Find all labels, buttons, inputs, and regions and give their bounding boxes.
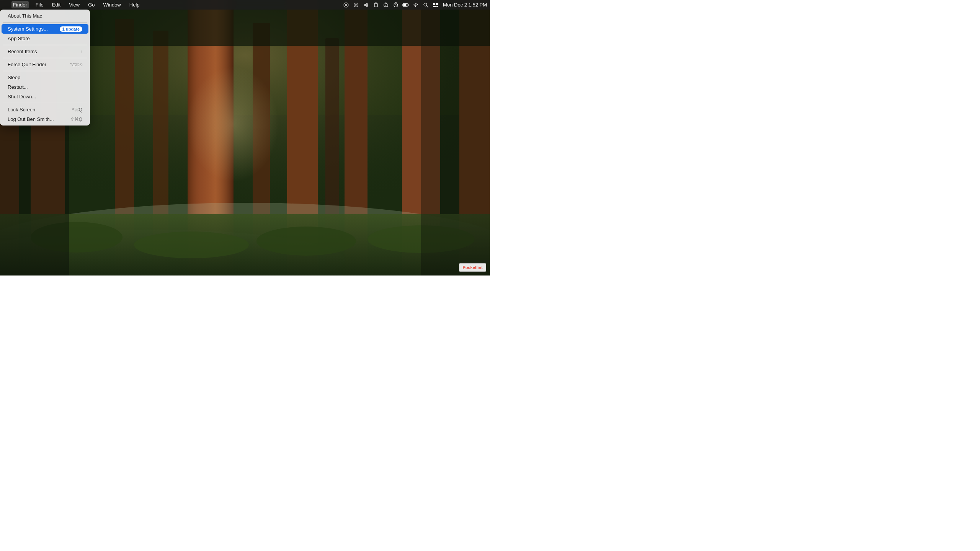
separator-1	[3, 22, 87, 23]
svg-rect-23	[153, 38, 306, 230]
apple-menu-trigger[interactable]	[3, 4, 6, 6]
update-badge: 1 update	[60, 26, 82, 32]
about-this-mac-label: About This Mac	[8, 13, 42, 19]
menubar: Finder File Edit View Go Window Help	[0, 0, 490, 10]
sleep-label: Sleep	[8, 75, 20, 80]
force-quit-label: Force Quit Finder	[8, 62, 46, 67]
separator-2	[3, 45, 87, 45]
search-icon[interactable]	[422, 2, 429, 8]
apple-menu-dropdown: About This Mac System Settings... 1 upda…	[0, 10, 90, 126]
svg-rect-48	[408, 4, 409, 6]
svg-line-51	[426, 6, 428, 7]
svg-rect-55	[436, 6, 438, 7]
stickies-icon[interactable]	[353, 2, 359, 8]
svg-point-41	[385, 5, 386, 5]
svg-rect-39	[375, 3, 377, 4]
svg-rect-52	[433, 3, 435, 5]
menubar-finder[interactable]: Finder	[11, 1, 29, 8]
system-settings-label: System Settings...	[8, 26, 48, 32]
menubar-view[interactable]: View	[67, 1, 81, 8]
force-quit-shortcut: ⌥⌘⎋	[70, 62, 82, 67]
svg-line-36	[366, 4, 366, 5]
menu-about-this-mac[interactable]: About This Mac	[2, 11, 88, 21]
recent-items-chevron: ›	[81, 49, 82, 54]
menubar-window[interactable]: Window	[102, 1, 122, 8]
menubar-right: Mon Dec 2 1:52 PM	[343, 2, 487, 8]
menu-restart[interactable]: Restart...	[2, 82, 88, 92]
tray-icons	[343, 2, 439, 8]
recent-items-label: Recent Items	[8, 49, 37, 54]
menu-shutdown[interactable]: Shut Down...	[2, 92, 88, 101]
menu-system-settings[interactable]: System Settings... 1 update	[2, 24, 88, 34]
svg-rect-54	[433, 6, 436, 7]
logout-shortcut: ⇧⌘Q	[70, 117, 82, 122]
wifi-icon[interactable]	[412, 2, 419, 8]
pocketlint-watermark: Pocketlint	[459, 263, 486, 272]
svg-line-37	[366, 5, 366, 6]
menu-force-quit[interactable]: Force Quit Finder ⌥⌘⎋	[2, 60, 88, 69]
menu-app-store[interactable]: App Store	[2, 34, 88, 43]
recent-items-right: ›	[81, 49, 82, 54]
battery-icon[interactable]	[402, 2, 409, 8]
watermark-p: P	[462, 265, 465, 270]
menubar-help[interactable]: Help	[128, 1, 141, 8]
menubar-left: Finder File Edit View Go Window Help	[3, 1, 141, 8]
timer-icon[interactable]	[392, 2, 399, 8]
restart-label: Restart...	[8, 84, 28, 90]
shutdown-label: Shut Down...	[8, 94, 36, 99]
svg-point-33	[364, 4, 366, 6]
menu-lock-screen[interactable]: Lock Screen ^⌘Q	[2, 105, 88, 114]
control-center-icon[interactable]	[432, 2, 439, 8]
clipboard-icon[interactable]	[372, 2, 379, 8]
logout-label: Log Out Ben Smith...	[8, 116, 54, 122]
separator-4	[3, 71, 87, 71]
lock-screen-label: Lock Screen	[8, 107, 35, 112]
siri-icon[interactable]	[343, 2, 350, 8]
menu-logout[interactable]: Log Out Ben Smith... ⇧⌘Q	[2, 114, 88, 124]
menubar-edit[interactable]: Edit	[51, 1, 62, 8]
svg-point-35	[366, 5, 368, 7]
lock-screen-shortcut: ^⌘Q	[72, 107, 82, 112]
app-store-label: App Store	[8, 36, 30, 41]
svg-point-49	[415, 6, 416, 7]
svg-rect-53	[436, 3, 438, 5]
shareplay-icon[interactable]	[363, 2, 369, 8]
svg-rect-47	[403, 4, 406, 6]
system-settings-right: 1 update	[60, 26, 82, 32]
svg-rect-26	[421, 0, 490, 276]
menubar-go[interactable]: Go	[87, 1, 96, 8]
menubar-file[interactable]: File	[34, 1, 45, 8]
svg-point-21	[256, 227, 356, 256]
separator-3	[3, 58, 87, 58]
menu-recent-items[interactable]: Recent Items ›	[2, 47, 88, 56]
menubar-datetime: Mon Dec 2 1:52 PM	[443, 2, 487, 8]
svg-point-28	[345, 4, 347, 6]
watermark-ocketlint: ocketlint	[466, 265, 483, 270]
svg-point-20	[134, 231, 249, 258]
menu-sleep[interactable]: Sleep	[2, 73, 88, 82]
svg-point-34	[366, 3, 368, 5]
separator-5	[3, 103, 87, 103]
vpn-icon[interactable]	[382, 2, 389, 8]
